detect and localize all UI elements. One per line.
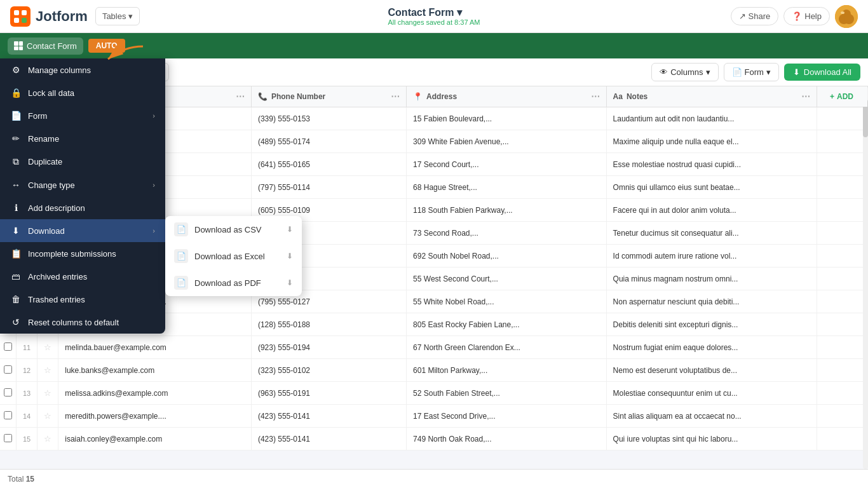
col-add[interactable]: + ADD	[817, 86, 868, 107]
share-icon: ↗	[739, 11, 746, 21]
sidebar-item-rename[interactable]: ✏ Rename	[0, 127, 165, 150]
svg-rect-2	[22, 10, 27, 15]
sidebar-item-form[interactable]: 📄 Form ›	[0, 104, 165, 127]
row-star-cell[interactable]: ☆	[37, 359, 58, 382]
address-col-options[interactable]: ⋯	[591, 92, 600, 102]
row-address: 118 South Fabien Parkway,...	[407, 199, 606, 222]
columns-button[interactable]: 👁 Columns ▾	[651, 63, 718, 81]
svg-point-9	[844, 14, 854, 24]
row-star-cell[interactable]: ☆	[37, 428, 58, 451]
download-icon: ⬇	[793, 67, 800, 77]
row-number: 11	[17, 336, 37, 359]
sidebar-item-duplicate[interactable]: ⧉ Duplicate	[0, 150, 165, 173]
tables-button[interactable]: Tables ▾	[95, 7, 140, 25]
star-icon[interactable]: ☆	[44, 342, 51, 352]
tables-chevron: ▾	[128, 11, 133, 21]
row-star-cell[interactable]: ☆	[37, 405, 58, 428]
phone-col-icon: 📞	[258, 92, 268, 101]
svg-rect-4	[22, 18, 27, 23]
tables-label: Tables	[102, 11, 126, 21]
download-pdf-item[interactable]: 📄 Download as PDF ⬇	[165, 269, 302, 296]
row-phone: (641) 555-0165	[251, 153, 406, 176]
add-label: ADD	[837, 92, 853, 101]
excel-download-arrow: ⬇	[287, 252, 293, 261]
email-col-options[interactable]: ⋯	[236, 92, 245, 102]
row-star-cell[interactable]: ☆	[37, 382, 58, 405]
form-title-chevron: ▾	[457, 6, 462, 18]
tab-label: Contact Form	[27, 41, 77, 51]
tab-add-button[interactable]: AUTO	[88, 39, 125, 53]
svg-point-7	[841, 11, 844, 14]
col-address[interactable]: 📍 Address ⋯	[407, 86, 606, 107]
row-extra	[817, 107, 868, 130]
sidebar-item-incomplete-submissions[interactable]: 📋 Incomplete submissions	[0, 242, 165, 265]
row-extra	[817, 359, 868, 382]
download-all-label: Download All	[804, 67, 851, 77]
table-row: 11 ☆ melinda.bauer@example.com (923) 555…	[0, 336, 868, 359]
row-checkbox-cell[interactable]	[0, 428, 17, 451]
notes-col-options[interactable]: ⋯	[801, 92, 810, 102]
row-phone: (923) 555-0194	[251, 336, 406, 359]
trashed-entries-icon: 🗑	[10, 294, 22, 304]
sidebar-item-lock-all-data[interactable]: 🔒 Lock all data	[0, 81, 165, 104]
star-icon[interactable]: ☆	[44, 388, 51, 398]
rename-icon: ✏	[10, 133, 22, 144]
sidebar-item-download[interactable]: ⬇ Download ›	[0, 219, 165, 242]
row-checkbox[interactable]	[4, 342, 12, 351]
add-column-button[interactable]: + ADD	[824, 92, 861, 101]
help-button[interactable]: ❓ Help	[783, 7, 830, 25]
form-label: Form	[745, 67, 764, 77]
download-csv-item[interactable]: 📄 Download as CSV ⬇	[165, 216, 302, 243]
col-notes[interactable]: Aa Notes ⋯	[606, 86, 817, 107]
sidebar-item-reset-columns[interactable]: ↺ Reset columns to default	[0, 311, 165, 334]
row-extra	[817, 176, 868, 199]
row-address: 692 South Nobel Road,...	[407, 245, 606, 268]
form-title-text: Contact Form	[388, 7, 454, 18]
sidebar-item-manage-columns[interactable]: ⚙ Manage columns	[0, 58, 165, 81]
avatar[interactable]	[835, 5, 858, 28]
address-col-label: Address	[426, 92, 457, 101]
columns-chevron: ▾	[706, 67, 710, 77]
header: Jotform Tables ▾ Contact Form ▾ All chan…	[0, 0, 868, 33]
change-type-icon: ↔	[10, 180, 22, 190]
row-checkbox[interactable]	[4, 434, 12, 442]
form-button[interactable]: 📄 Form ▾	[724, 63, 779, 81]
row-checkbox-cell[interactable]	[0, 382, 17, 405]
row-checkbox-cell[interactable]	[0, 359, 17, 382]
star-icon[interactable]: ☆	[44, 365, 51, 375]
download-excel-item[interactable]: 📄 Download as Excel ⬇	[165, 243, 302, 269]
row-checkbox[interactable]	[4, 388, 12, 396]
sidebar-item-trashed-entries[interactable]: 🗑 Trashed entries	[0, 288, 165, 311]
row-email: luke.banks@example.com	[58, 359, 252, 382]
form-title-container[interactable]: Contact Form ▾	[388, 6, 480, 18]
add-description-icon: ℹ	[10, 203, 22, 213]
row-address: 805 East Rocky Fabien Lane,...	[407, 313, 606, 336]
star-icon[interactable]: ☆	[44, 434, 51, 444]
phone-col-options[interactable]: ⋯	[391, 92, 400, 102]
row-checkbox-cell[interactable]	[0, 336, 17, 359]
add-description-label: Add description	[28, 203, 155, 213]
scrollbar-track[interactable]	[863, 86, 868, 469]
download-pdf-label: Download as PDF	[194, 278, 261, 288]
star-icon[interactable]: ☆	[44, 411, 51, 421]
col-phone[interactable]: 📞 Phone Number ⋯	[251, 86, 406, 107]
sidebar-item-archived-entries[interactable]: 🗃 Archived entries	[0, 265, 165, 288]
row-checkbox[interactable]	[4, 411, 12, 419]
download-csv-label: Download as CSV	[194, 225, 262, 234]
row-address: 749 North Oak Road,...	[407, 428, 606, 451]
saved-status: All changes saved at 8:37 AM	[388, 18, 480, 26]
row-checkbox[interactable]	[4, 365, 12, 374]
row-checkbox-cell[interactable]	[0, 405, 17, 428]
share-button[interactable]: ↗ Share	[731, 7, 779, 25]
sidebar-item-change-type[interactable]: ↔ Change type ›	[0, 173, 165, 196]
row-extra	[817, 153, 868, 176]
row-star-cell[interactable]: ☆	[37, 336, 58, 359]
manage-columns-icon: ⚙	[10, 65, 22, 75]
tab-bar: Contact Form AUTO	[0, 33, 868, 58]
download-all-button[interactable]: ⬇ Download All	[784, 64, 860, 81]
row-phone: (797) 555-0114	[251, 176, 406, 199]
duplicate-icon: ⧉	[10, 156, 22, 167]
sidebar-item-add-description[interactable]: ℹ Add description	[0, 196, 165, 219]
row-notes: Facere qui in aut dolor anim voluta...	[606, 199, 817, 222]
tab-contact-form[interactable]: Contact Form	[8, 37, 83, 55]
